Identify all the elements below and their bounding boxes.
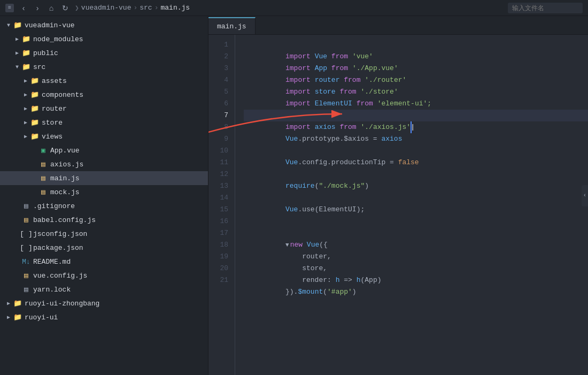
js-file-icon: ▤ <box>38 187 48 197</box>
code-line-8: Vue.prototype.$axios = axios <box>244 121 588 133</box>
token: ) <box>352 288 357 296</box>
sidebar-item-ruoyi-ui[interactable]: ▶ 📁 ruoyi-ui <box>0 310 208 324</box>
folder-arrow: ▶ <box>4 313 13 322</box>
sidebar-item-vueadmin-vue[interactable]: ▼ 📁 vueadmin-vue <box>0 18 208 32</box>
folder-arrow: ▶ <box>21 104 30 113</box>
sidebar-item-yarn-lock[interactable]: ▤ yarn.lock <box>0 282 208 296</box>
line-num-20: 20 <box>208 263 235 274</box>
file-icon: ▤ <box>21 201 31 211</box>
folder-arrow: ▼ <box>13 63 21 71</box>
nav-buttons: ‹ › ⌂ ↻ <box>17 2 72 14</box>
line-num-18: 18 <box>208 239 235 251</box>
token: }). <box>285 288 298 296</box>
sidebar-item-main-js[interactable]: ▤ main.js <box>0 171 208 185</box>
label-src: src <box>33 63 45 71</box>
line-num-8: 8 <box>208 121 235 133</box>
line-num-11: 11 <box>208 157 235 169</box>
line-num-4: 4 <box>208 74 235 86</box>
folder-icon: 📁 <box>13 299 22 308</box>
js-file-icon: ▤ <box>21 215 31 225</box>
home-button[interactable]: ⌂ <box>45 2 58 14</box>
label-node-modules: node_modules <box>33 35 83 43</box>
sidebar-item-node-modules[interactable]: ▶ 📁 node_modules <box>0 32 208 46</box>
sidebar-item-gitignore[interactable]: ▤ .gitignore <box>0 199 208 213</box>
label-public: public <box>33 49 58 57</box>
label-store: store <box>42 119 63 127</box>
label-app-vue: App.vue <box>50 147 80 155</box>
code-line-16 <box>244 216 588 227</box>
line-num-17: 17 <box>208 227 235 239</box>
sidebar-item-axios-js[interactable]: ▤ axios.js <box>0 157 208 171</box>
folder-icon: 📁 <box>30 104 40 113</box>
sidebar-item-mock-js[interactable]: ▤ mock.js <box>0 185 208 199</box>
collapse-icon: ‹ <box>583 193 586 198</box>
folder-arrow: ▶ <box>13 49 21 57</box>
line-num-21: 21 <box>208 274 235 286</box>
sidebar-item-store[interactable]: ▶ 📁 store <box>0 116 208 129</box>
label-jsconfig: jsconfig.json <box>33 230 87 238</box>
label-ruoyi-ui: ruoyi-ui <box>25 313 58 322</box>
sidebar-item-package-json[interactable]: [ ] package.json <box>0 241 208 255</box>
md-file-icon: M↓ <box>21 257 31 266</box>
breadcrumb-vueadmin[interactable]: vueadmin-vue <box>81 4 131 12</box>
sidebar-item-views[interactable]: ▶ 📁 views <box>0 129 208 143</box>
line-num-6: 6 <box>208 98 235 110</box>
code-line-10: Vue.config.productionTip = false <box>244 145 588 157</box>
no-arrow <box>13 202 21 210</box>
line-num-2: 2 <box>208 51 235 63</box>
folder-arrow-vueadmin: ▼ <box>4 21 13 29</box>
label-gitignore: .gitignore <box>33 202 75 210</box>
breadcrumb-sep3: › <box>154 4 159 12</box>
sidebar-item-src[interactable]: ▼ 📁 src <box>0 60 208 74</box>
line-num-5: 5 <box>208 86 235 98</box>
code-container[interactable]: 1 2 3 4 5 6 7 8 9 10 11 12 13 14 15 16 1… <box>208 35 588 375</box>
token: '#app' <box>327 288 352 296</box>
sidebar-item-babel-config[interactable]: ▤ babel.config.js <box>0 213 208 227</box>
forward-button[interactable]: › <box>31 2 44 14</box>
code-line-13 <box>244 180 588 192</box>
line-numbers: 1 2 3 4 5 6 7 8 9 10 11 12 13 14 15 16 1… <box>208 35 235 375</box>
tab-label: main.js <box>217 22 246 30</box>
breadcrumb: ❯ vueadmin-vue › src › main.js <box>75 4 190 12</box>
folder-arrow: ▶ <box>4 299 13 308</box>
label-assets: assets <box>42 77 67 85</box>
sidebar-item-ruoyi-zhongbang[interactable]: ▶ 📁 ruoyi-ui-zhongbang <box>0 296 208 310</box>
folder-arrow: ▶ <box>21 76 30 85</box>
code-line-2: import App from './App.vue' <box>244 51 588 63</box>
label-components: components <box>42 91 83 99</box>
refresh-button[interactable]: ↻ <box>59 2 72 14</box>
label-babel-config: babel.config.js <box>33 216 96 224</box>
line-num-16: 16 <box>208 216 235 227</box>
code-line-19: store, <box>244 251 588 263</box>
line-num-7: 7 <box>208 110 235 121</box>
label-ruoyi-zhongbang: ruoyi-ui-zhongbang <box>25 300 99 308</box>
code-line-3: import router from './router' <box>244 63 588 74</box>
sidebar-item-public[interactable]: ▶ 📁 public <box>0 46 208 60</box>
line-num-9: 9 <box>208 133 235 145</box>
no-arrow <box>13 257 21 266</box>
back-button[interactable]: ‹ <box>17 2 30 14</box>
code-line-5: import ElementUI from 'element-ui'; <box>244 86 588 98</box>
tab-main-js[interactable]: main.js <box>208 17 256 34</box>
sidebar-item-router[interactable]: ▶ 📁 router <box>0 102 208 116</box>
sidebar-item-app-vue[interactable]: ▣ App.vue <box>0 143 208 157</box>
breadcrumb-src[interactable]: src <box>140 4 152 12</box>
line-num-10: 10 <box>208 145 235 157</box>
tab-bar: main.js <box>208 16 588 35</box>
code-line-1: import Vue from 'vue' <box>244 39 588 51</box>
sidebar-item-jsconfig[interactable]: [ ] jsconfig.json <box>0 227 208 241</box>
panel-collapse-handle[interactable]: ‹ <box>582 185 588 206</box>
breadcrumb-mainjs[interactable]: main.js <box>160 4 190 12</box>
folder-icon: 📁 <box>21 48 31 58</box>
sidebar-item-readme[interactable]: M↓ README.md <box>0 255 208 269</box>
vue-file-icon: ▣ <box>38 146 48 155</box>
sidebar-item-vue-config[interactable]: ▤ vue.config.js <box>0 269 208 282</box>
label-mock-js: mock.js <box>50 188 80 196</box>
code-line-6: import 'element-ui/lib/theme-chalk/index… <box>244 98 588 110</box>
code-content: import Vue from 'vue' import App from '.… <box>235 35 588 375</box>
folder-open-icon: 📁 <box>21 62 31 72</box>
sidebar-item-components[interactable]: ▶ 📁 components <box>0 88 208 102</box>
file-search-input[interactable] <box>508 3 583 13</box>
line-num-1: 1 <box>208 39 235 51</box>
sidebar-item-assets[interactable]: ▶ 📁 assets <box>0 74 208 88</box>
